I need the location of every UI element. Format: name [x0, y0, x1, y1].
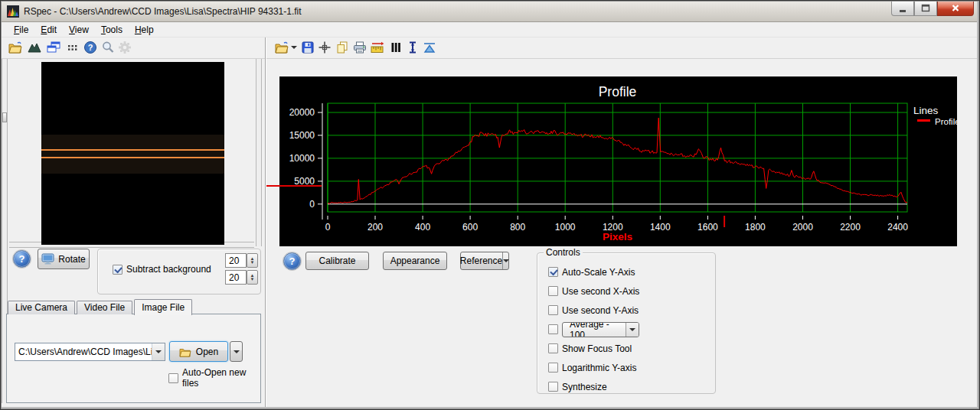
- svg-text:15000: 15000: [289, 130, 315, 141]
- checkbox-average-100[interactable]: [548, 324, 558, 334]
- control-row-use-second-x-axis: Use second X-Axis: [537, 281, 715, 301]
- checkbox-logarithmic-y-axis[interactable]: [548, 363, 558, 373]
- copy-icon[interactable]: [335, 40, 350, 55]
- menu-help[interactable]: Help: [129, 23, 160, 37]
- close-icon: [949, 3, 962, 14]
- tab-image-file[interactable]: Image File: [134, 299, 192, 315]
- tab-live-camera[interactable]: Live Camera: [8, 301, 75, 314]
- scrollbar-thumb[interactable]: [2, 112, 7, 122]
- appearance-button[interactable]: Appearance: [383, 252, 447, 270]
- selection-line-top[interactable]: [41, 149, 224, 151]
- controls-group-label: Controls: [544, 247, 583, 258]
- svg-text:20000: 20000: [289, 107, 315, 118]
- file-path-combobox[interactable]: C:\Users\Andrew\CCD Images\Lisa: [15, 343, 165, 361]
- crosshair-icon[interactable]: [317, 40, 332, 55]
- image-scrollbar-right[interactable]: [256, 59, 262, 246]
- checkbox-use-second-y-axis[interactable]: [548, 305, 558, 315]
- svg-text:1000: 1000: [555, 222, 576, 233]
- checkbox-auto-scale-y-axis[interactable]: [548, 267, 558, 277]
- minimize-button[interactable]: [891, 2, 914, 16]
- grid-dots-icon[interactable]: [65, 40, 80, 55]
- reference-button[interactable]: Reference: [460, 252, 509, 270]
- menu-edit[interactable]: Edit: [34, 23, 63, 37]
- file-path-value: C:\Users\Andrew\CCD Images\Lisa: [15, 347, 152, 357]
- image-file-tab-panel: C:\Users\Andrew\CCD Images\Lisa Open Aut…: [6, 314, 261, 403]
- control-row-auto-scale-y-axis: Auto-Scale Y-Axis: [537, 262, 715, 281]
- monitor-icon: [41, 253, 54, 265]
- rotate-label: Rotate: [58, 254, 85, 265]
- image-preview[interactable]: [41, 62, 224, 245]
- open-button[interactable]: Open: [169, 341, 228, 362]
- cascade-windows-icon[interactable]: [46, 40, 61, 55]
- peak-triangle-icon[interactable]: [422, 40, 437, 55]
- spectrum-band: [41, 135, 224, 174]
- label-synthesize: Synthesize: [562, 382, 607, 392]
- open-dropdown-arrow-icon[interactable]: [289, 40, 299, 55]
- combo-arrow[interactable]: [626, 323, 639, 337]
- controls-group: Controls Auto-Scale Y-AxisUse second X-A…: [537, 252, 716, 394]
- combo-average-100[interactable]: Average - 100: [562, 322, 639, 337]
- toolbar-row: ?: [2, 37, 978, 59]
- open-folder-icon[interactable]: [8, 40, 23, 55]
- subtract-background-checkbox[interactable]: [113, 265, 122, 275]
- background-rows-bottom-input[interactable]: 20: [225, 270, 247, 285]
- auto-open-label: Auto-Open new files: [182, 367, 260, 389]
- open-profile-folder-icon[interactable]: [274, 40, 289, 55]
- svg-text:Profile: Profile: [935, 117, 957, 126]
- checkbox-synthesize[interactable]: [548, 382, 558, 392]
- control-row-average-100: Average - 100: [537, 320, 715, 339]
- panel-divider-highlight: [266, 37, 266, 408]
- svg-text:Profile: Profile: [599, 84, 637, 99]
- checkbox-show-focus-tool[interactable]: [548, 343, 558, 353]
- subtract-background-row: Subtract background: [113, 264, 211, 275]
- svg-text:1400: 1400: [650, 222, 671, 233]
- svg-text:Lines: Lines: [913, 105, 939, 116]
- open-options-arrow-button[interactable]: [230, 341, 243, 362]
- auto-open-row: Auto-Open new files: [168, 367, 260, 389]
- calibrate-button[interactable]: Calibrate: [305, 252, 369, 270]
- menu-view[interactable]: View: [63, 23, 95, 37]
- svg-text:800: 800: [510, 222, 525, 233]
- svg-text:1800: 1800: [745, 222, 766, 233]
- image-display-icon[interactable]: [27, 40, 42, 55]
- settings-gear-icon[interactable]: [117, 40, 132, 55]
- background-rows-top-input[interactable]: 20: [225, 253, 247, 268]
- background-rows-bottom-spinner[interactable]: ▲▼: [247, 270, 258, 285]
- help-button-left[interactable]: ?: [13, 250, 31, 268]
- help-icon[interactable]: ?: [83, 40, 98, 55]
- close-button[interactable]: [937, 2, 974, 16]
- control-row-use-second-y-axis: Use second Y-Axis: [537, 301, 715, 320]
- profile-chart[interactable]: 0200400600800100012001400160018002000220…: [279, 76, 957, 246]
- subtract-background-group: Subtract background 20 ▲▼ 20 ▲▼: [97, 249, 261, 294]
- menu-file[interactable]: File: [8, 23, 34, 37]
- svg-text:1600: 1600: [697, 222, 718, 233]
- label-use-second-x-axis: Use second X-Axis: [562, 286, 639, 297]
- zoom-icon[interactable]: [100, 40, 116, 55]
- appearance-label: Appearance: [390, 255, 440, 266]
- menu-tools[interactable]: Tools: [95, 23, 129, 37]
- auto-open-checkbox[interactable]: [168, 373, 178, 383]
- control-row-logarithmic-y-axis: Logarithmic Y-axis: [537, 358, 715, 377]
- measure-ruler-icon[interactable]: [370, 40, 385, 55]
- titlebar[interactable]: RSpec - C:\Users\Andrew\CCD Images\Lisa\…: [1, 1, 979, 22]
- rotate-button[interactable]: Rotate: [38, 249, 90, 269]
- label-use-second-y-axis: Use second Y-Axis: [562, 305, 639, 316]
- maximize-button[interactable]: [914, 2, 937, 16]
- svg-text:2200: 2200: [840, 222, 861, 233]
- help-button-right[interactable]: ?: [283, 252, 301, 270]
- tab-video-file[interactable]: Video File: [77, 301, 132, 314]
- svg-text:200: 200: [368, 222, 383, 233]
- selection-line-bottom[interactable]: [41, 157, 224, 158]
- subtract-background-label: Subtract background: [126, 264, 211, 275]
- save-icon[interactable]: [300, 40, 315, 55]
- svg-text:Pixels: Pixels: [603, 231, 632, 242]
- combo-arrow[interactable]: [152, 343, 165, 360]
- background-rows-top-spinner[interactable]: ▲▼: [247, 253, 258, 268]
- vertical-bars-icon[interactable]: [388, 40, 403, 55]
- checkbox-use-second-x-axis[interactable]: [548, 286, 558, 296]
- print-icon[interactable]: [352, 40, 368, 55]
- vertical-extent-icon[interactable]: [405, 40, 420, 55]
- reference-dropdown-arrow[interactable]: [502, 252, 509, 269]
- calibrate-label: Calibrate: [318, 255, 355, 266]
- chart-y-cursor-marker: [266, 185, 322, 187]
